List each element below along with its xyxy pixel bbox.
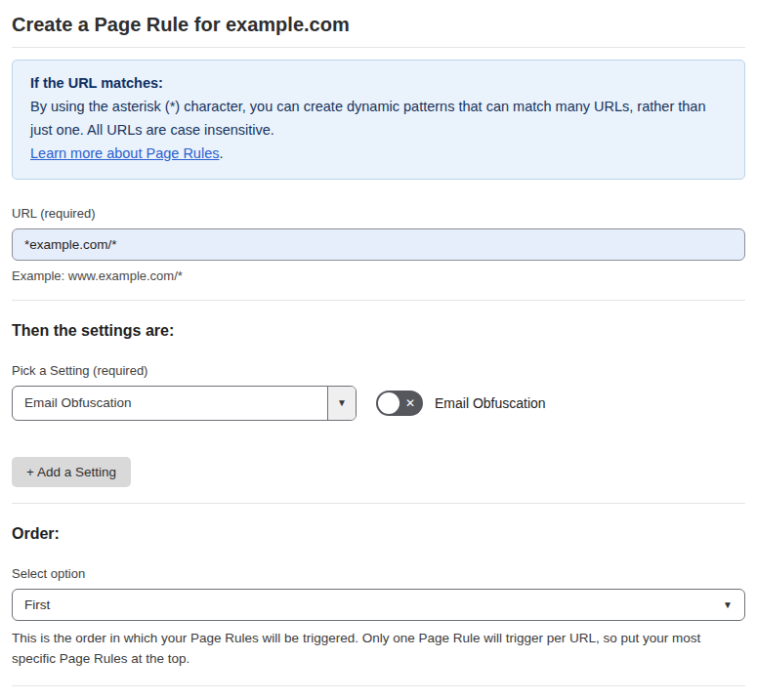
- order-select-value: First: [24, 597, 50, 612]
- email-obfuscation-toggle-group: ✕ Email Obfuscation: [376, 391, 546, 416]
- setting-dropdown-value: Email Obfuscation: [13, 387, 327, 420]
- order-select[interactable]: First ▼: [12, 589, 745, 621]
- setting-dropdown[interactable]: Email Obfuscation ▼: [12, 386, 357, 421]
- url-example-text: Example: www.example.com/*: [12, 268, 745, 283]
- info-box-link-line: Learn more about Page Rules.: [30, 143, 727, 166]
- url-input[interactable]: [12, 228, 745, 261]
- footer-divider: [12, 685, 745, 686]
- order-description: This is the order in which your Page Rul…: [12, 628, 745, 670]
- page-title: Create a Page Rule for example.com: [12, 14, 745, 36]
- pick-setting-label: Pick a Setting (required): [12, 363, 745, 378]
- toggle-label: Email Obfuscation: [435, 395, 546, 411]
- add-setting-button[interactable]: + Add a Setting: [12, 457, 131, 487]
- order-section-heading: Order:: [12, 525, 745, 543]
- url-field-label: URL (required): [12, 206, 745, 221]
- settings-section-heading: Then the settings are:: [12, 322, 745, 340]
- url-match-info-box: If the URL matches: By using the asteris…: [12, 60, 745, 180]
- info-box-body: By using the asterisk (*) character, you…: [30, 96, 727, 143]
- settings-section-divider: [12, 503, 745, 504]
- link-suffix: .: [219, 145, 223, 161]
- title-divider: [12, 47, 745, 48]
- email-obfuscation-toggle[interactable]: ✕: [376, 391, 423, 416]
- toggle-knob: [378, 392, 400, 414]
- setting-row: Email Obfuscation ▼ ✕ Email Obfuscation: [12, 386, 745, 421]
- caret-down-icon: ▼: [723, 599, 733, 610]
- info-box-heading: If the URL matches:: [30, 72, 727, 96]
- toggle-off-x-icon: ✕: [398, 391, 423, 416]
- learn-more-link[interactable]: Learn more about Page Rules: [30, 145, 219, 161]
- chevron-down-icon[interactable]: ▼: [327, 387, 356, 420]
- url-section-divider: [12, 300, 745, 301]
- select-option-label: Select option: [12, 566, 745, 581]
